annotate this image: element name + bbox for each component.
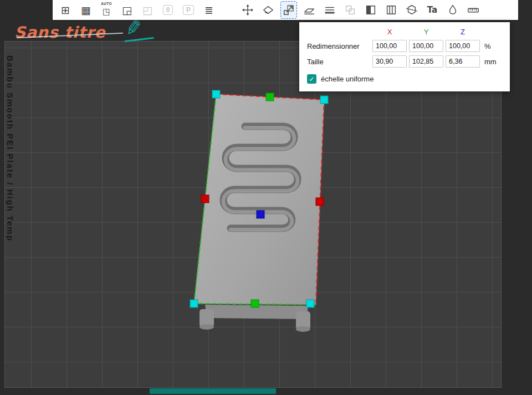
arrange-icon: ◲ (122, 5, 132, 16)
selected-model[interactable] (183, 83, 338, 338)
flatten-button[interactable] (301, 1, 318, 19)
scale-percent-z-input[interactable] (446, 40, 480, 52)
auto-label: AUTO (101, 2, 112, 6)
plate-title: Sans titre (14, 23, 106, 42)
part-painting-icon: P (183, 5, 194, 15)
percent-unit: % (484, 42, 491, 50)
variable-layer-height-icon: ≣ (204, 5, 213, 16)
scale-handle-y-bottom[interactable] (251, 300, 259, 307)
add-object-button[interactable]: ⊞ (57, 1, 74, 19)
text-tool-icon: Ta (427, 5, 437, 15)
color-painting-button[interactable] (444, 1, 461, 19)
scale-percent-row: Redimensionner % (307, 40, 502, 52)
model-foot-left-base (200, 324, 214, 330)
add-object-icon: ⊞ (61, 5, 70, 16)
rotate-button[interactable] (260, 1, 277, 19)
assembly-icon (344, 4, 356, 16)
scale-percent-y-input[interactable] (409, 40, 443, 52)
variable-layer-height-button[interactable]: ≣ (201, 1, 217, 19)
scale-handle-x-right[interactable] (316, 198, 324, 206)
axis-y-label: Y (409, 28, 443, 36)
add-plate-button[interactable]: ▦ (78, 1, 94, 19)
split-to-objects-button: ◰ (139, 1, 156, 19)
flatten-icon (303, 4, 315, 16)
scale-percent-label: Redimensionner (307, 42, 372, 50)
split-to-objects-icon: ◰ (142, 5, 152, 16)
size-z-input[interactable] (446, 55, 480, 68)
part-painting-button: P (180, 1, 197, 19)
split-to-parts-icon: 0 (163, 5, 173, 15)
add-plate-icon: ▦ (81, 5, 91, 16)
support-painting-icon (385, 4, 397, 16)
axis-z-label: Z (446, 28, 480, 36)
plate-front-marker (150, 388, 276, 394)
scale-handle-x-left[interactable] (201, 195, 209, 203)
split-to-parts-button: 0 (160, 1, 176, 19)
uniform-scale-row: ✓ échelle uniforme (307, 74, 502, 84)
layers-icon (324, 4, 336, 16)
uniform-scale-checkbox[interactable]: ✓ (307, 74, 316, 84)
cut-button[interactable] (403, 1, 420, 19)
uniform-scale-label: échelle uniforme (321, 75, 374, 83)
size-x-input[interactable] (372, 55, 407, 68)
scale-icon (283, 4, 295, 16)
model-foot-right-base (296, 326, 310, 332)
cut-icon (406, 4, 418, 16)
assembly-button (342, 1, 359, 19)
measure-icon (467, 4, 479, 16)
scale-handle-y-top[interactable] (266, 93, 274, 101)
measure-button[interactable] (465, 1, 482, 19)
layers-button[interactable] (321, 1, 338, 19)
axis-header-row: X Y Z (307, 28, 502, 36)
size-unit: mm (484, 58, 497, 66)
scale-percent-x-input[interactable] (372, 40, 407, 52)
auto-orient-icon: ◳ (103, 8, 110, 16)
rotate-icon (262, 4, 274, 16)
seam-painting-icon (365, 4, 377, 16)
main-toolbar: ⊞ ▦ AUTO ◳ ◲ ◰ 0 P ≣ (53, 0, 518, 20)
scale-handle-corner-tl[interactable] (212, 90, 220, 98)
arrange-button[interactable]: ◲ (119, 1, 135, 19)
axis-x-label: X (372, 28, 407, 36)
scale-handle-corner-tr[interactable] (320, 96, 328, 104)
support-painting-button[interactable] (383, 1, 400, 19)
scale-dialog: X Y Z Redimensionner % Taille mm ✓ échel… (299, 22, 510, 91)
move-button[interactable] (239, 1, 256, 19)
checkmark-icon: ✓ (309, 75, 314, 83)
size-row: Taille mm (307, 55, 502, 68)
size-label: Taille (307, 58, 372, 66)
scale-handle-center[interactable] (257, 211, 264, 218)
scale-button[interactable] (280, 1, 297, 19)
scale-handle-corner-br[interactable] (306, 300, 314, 307)
text-tool-button[interactable]: Ta (424, 1, 441, 19)
seam-painting-button[interactable] (362, 1, 379, 19)
auto-orient-button[interactable]: AUTO ◳ (98, 1, 115, 19)
size-y-input[interactable] (409, 55, 443, 68)
plate-side-label: Bambu Smooth PEI Plate / High Temp (6, 55, 15, 332)
scale-handle-corner-bl[interactable] (190, 300, 198, 307)
toolbar-separator (221, 10, 236, 11)
color-painting-icon (447, 4, 459, 16)
move-icon (242, 4, 254, 16)
